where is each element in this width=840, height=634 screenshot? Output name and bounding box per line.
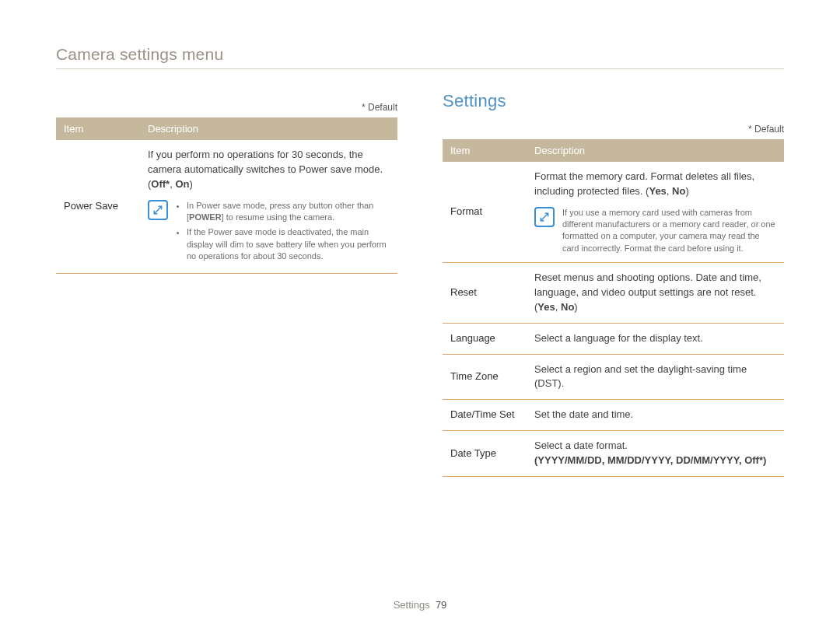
options-group: (Off*, On) [148, 178, 193, 190]
note-box: In Power save mode, press any button oth… [148, 200, 390, 266]
item-cell-time-zone: Time Zone [443, 354, 527, 400]
note-box: If you use a memory card used with camer… [534, 207, 776, 255]
opt-sep: , [667, 185, 672, 197]
col-header-description: Description [140, 117, 397, 140]
description-cell-power-save: If you perform no operations for 30 seco… [140, 140, 397, 274]
col-header-description: Description [527, 139, 784, 162]
footer-page-number: 79 [436, 599, 446, 611]
item-cell-date-type: Date Type [443, 431, 527, 477]
item-cell-datetime-set: Date/Time Set [443, 400, 527, 431]
desc-intro: If you perform no operations for 30 seco… [148, 149, 383, 175]
table-row: Date Type Select a date format. (YYYY/MM… [443, 431, 784, 477]
opt-no: No [672, 185, 685, 197]
desc-post: ) [685, 185, 688, 197]
desc-pre: Select a date format. [534, 440, 628, 451]
description-cell-date-type: Select a date format. (YYYY/MM/DD, MM/DD… [527, 431, 784, 477]
opt-yes: Yes [537, 301, 555, 313]
footer-section: Settings [394, 599, 430, 611]
opt-on: On [175, 178, 189, 190]
note-icon [534, 207, 555, 227]
opt-sep: , [555, 301, 561, 313]
note-text: If you use a memory card used with camer… [562, 207, 776, 255]
left-settings-table: Item Description Power Save If you perfo… [56, 117, 397, 274]
right-settings-table: Item Description Format Format the memor… [443, 139, 784, 477]
opt-no: No [561, 301, 574, 313]
note-bullet: In Power save mode, press any button oth… [187, 200, 390, 224]
table-row: Power Save If you perform no operations … [56, 140, 397, 274]
description-cell-reset: Reset menus and shooting options. Date a… [527, 263, 784, 324]
two-column-layout: * Default Item Description Power Save If… [56, 102, 784, 477]
note-post: ] to resume using the camera. [222, 212, 335, 222]
desc-post: ) [574, 301, 577, 313]
opt-off: Off* [151, 178, 170, 190]
note-bullet: If the Power save mode is deactivated, t… [187, 226, 390, 262]
default-marker: * Default [56, 102, 397, 113]
description-cell-language: Select a language for the display text. [527, 323, 784, 354]
table-row: Time Zone Select a region and set the da… [443, 354, 784, 400]
desc-pre: Format the memory card. Format deletes a… [534, 170, 754, 197]
date-type-options: (YYYY/MM/DD, MM/DD/YYYY, DD/MM/YYYY, Off… [534, 454, 766, 466]
page-footer: Settings 79 [0, 599, 840, 611]
opt-close: ) [189, 178, 192, 190]
left-column: * Default Item Description Power Save If… [56, 102, 397, 477]
item-cell-format: Format [443, 162, 527, 263]
col-header-item: Item [443, 139, 527, 162]
default-marker: * Default [443, 124, 784, 135]
description-cell-datetime-set: Set the date and time. [527, 400, 784, 431]
note-icon [148, 200, 168, 220]
item-cell-power-save: Power Save [56, 140, 140, 274]
section-heading-settings: Settings [443, 91, 784, 111]
kbd-power: POWER [189, 212, 222, 222]
table-row: Date/Time Set Set the date and time. [443, 400, 784, 431]
table-row: Reset Reset menus and shooting options. … [443, 263, 784, 324]
table-row: Format Format the memory card. Format de… [443, 162, 784, 263]
col-header-item: Item [56, 117, 140, 140]
description-cell-format: Format the memory card. Format deletes a… [527, 162, 784, 263]
document-page: Camera settings menu * Default Item Desc… [0, 0, 840, 634]
item-cell-language: Language [443, 323, 527, 354]
table-row: Language Select a language for the displ… [443, 323, 784, 354]
note-text: In Power save mode, press any button oth… [176, 200, 390, 266]
page-title: Camera settings menu [56, 45, 784, 69]
item-cell-reset: Reset [443, 263, 527, 324]
description-cell-time-zone: Select a region and set the daylight-sav… [527, 354, 784, 400]
opt-yes: Yes [649, 185, 666, 197]
right-column: Settings * Default Item Description Form… [443, 102, 784, 477]
